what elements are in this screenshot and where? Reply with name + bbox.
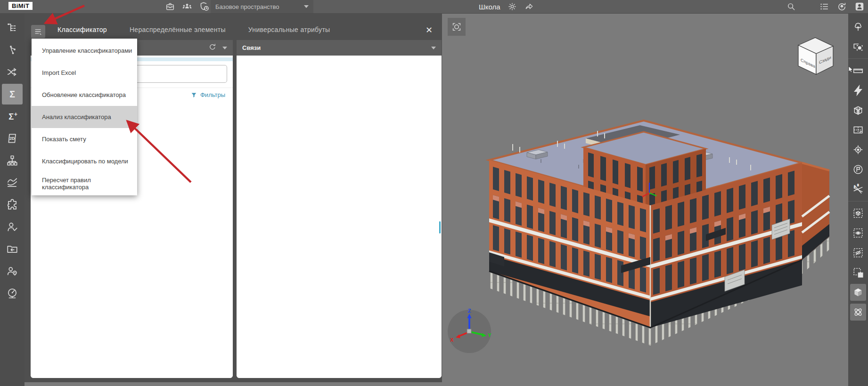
ruler-icon	[852, 65, 864, 76]
sync-notifications-icon[interactable]	[836, 1, 847, 12]
panel-tabs: Классификатор Нераспределённые элементы …	[57, 13, 330, 40]
org-chart-button[interactable]	[2, 150, 23, 171]
floor-plan-button[interactable]	[850, 121, 866, 138]
menu-item-analyze-classifier[interactable]: Анализ классификатора	[32, 106, 137, 128]
clear-selection-button[interactable]	[850, 264, 866, 281]
toolbar-divider	[848, 58, 868, 59]
tree-icon	[852, 21, 864, 32]
panel-resize-handle[interactable]	[439, 221, 441, 233]
classifier-collapse-caret[interactable]	[222, 47, 227, 49]
building-model	[442, 13, 848, 386]
share-arrow-icon[interactable]	[524, 2, 534, 11]
links-card: Связи	[237, 40, 442, 378]
navigation-cube[interactable]: Справа Сзади	[793, 33, 838, 76]
orbit-icon	[852, 306, 864, 318]
menu-item-update-classifier[interactable]: Обновление классификатора	[32, 84, 137, 106]
panel-close-button[interactable]: ✕	[426, 26, 433, 34]
locate-button[interactable]	[850, 141, 866, 158]
tab-unallocated-elements[interactable]: Нераспределённые элементы	[130, 26, 226, 33]
panel-menu-button[interactable]	[31, 25, 45, 38]
sheet-2d-icon: 2D	[6, 132, 18, 145]
svg-text:Σ: Σ	[9, 89, 15, 99]
menu-item-show-estimate[interactable]: Показать смету	[32, 128, 137, 150]
dashboard-gauge-button[interactable]	[2, 283, 23, 304]
project-title: Школа	[479, 3, 500, 11]
bimit-app: { "top_bar": { "logo": "BiMiT", "workspa…	[0, 0, 868, 386]
svg-text:1: 1	[854, 185, 855, 188]
settings-gear-icon[interactable]	[508, 2, 517, 11]
sheet-2d-button[interactable]: 2D	[2, 128, 23, 149]
route-point-button[interactable]	[850, 161, 866, 178]
org-chart-icon	[6, 154, 18, 167]
tree-button[interactable]	[850, 18, 866, 35]
tab-universal-attributes[interactable]: Универсальные атрибуты	[248, 26, 330, 33]
sum-add-button[interactable]: Σ+	[2, 106, 23, 127]
plugins-button[interactable]	[2, 194, 23, 215]
links-card-header: Связи	[237, 40, 442, 56]
folder-transfer-icon	[6, 243, 18, 255]
user-location-button[interactable]	[2, 261, 23, 281]
workspace-select[interactable]: Базовое пространство	[211, 0, 313, 13]
view-cube-icon	[852, 287, 864, 298]
isolate-selection-button[interactable]	[850, 205, 866, 222]
shuffle-button[interactable]	[2, 62, 23, 82]
axes-lines-icon: 12	[852, 184, 864, 195]
cube-section-button[interactable]	[850, 102, 866, 119]
locate-icon	[852, 144, 864, 155]
isolate-selection-icon	[852, 208, 864, 219]
classifier-actions-menu: Управление классификаторами Import Excel…	[32, 39, 137, 195]
ruler-button[interactable]	[850, 62, 866, 79]
axis-gizmo[interactable]: Z X Y	[446, 308, 493, 355]
tab-classifier[interactable]: Классификатор	[57, 26, 107, 33]
plugins-icon	[6, 199, 18, 211]
viewport-3d[interactable]: Справа Сзади Z X Y	[442, 13, 848, 386]
shield-time-icon[interactable]	[199, 1, 210, 12]
model-structure-button[interactable]	[2, 17, 23, 38]
svg-text:Σ: Σ	[8, 112, 14, 121]
user-check-button[interactable]	[2, 217, 23, 237]
menu-item-recalc-rules[interactable]: Пересчет правил классификатора	[32, 172, 137, 194]
filters-label: Фильтры	[200, 91, 225, 98]
sum-add-icon: Σ+	[6, 110, 18, 122]
svg-text:2: 2	[857, 184, 859, 186]
show-selection-eye-icon	[852, 227, 864, 239]
search-icon[interactable]	[786, 1, 796, 12]
menu-item-manage-classifiers[interactable]: Управление классификаторами	[32, 40, 137, 62]
sum-classifier-button[interactable]: Σ	[2, 84, 23, 105]
analytics-icon	[6, 177, 18, 189]
focus-brackets-icon	[451, 21, 462, 32]
connections-button[interactable]	[2, 40, 23, 60]
folder-transfer-button[interactable]	[2, 239, 23, 259]
focus-model-button[interactable]	[448, 18, 466, 36]
axis-y-label: Y	[488, 332, 491, 338]
region-capture-icon	[852, 41, 864, 52]
hide-selection-button[interactable]	[850, 244, 866, 261]
menu-item-import-excel[interactable]: Import Excel	[32, 62, 137, 84]
left-toolbar: Σ Σ+ 2D	[0, 13, 25, 386]
section-flash-button[interactable]	[850, 82, 866, 99]
team-icon[interactable]	[181, 1, 193, 12]
projects-briefcase-icon[interactable]	[165, 1, 175, 12]
shuffle-icon	[6, 66, 18, 78]
links-collapse-caret[interactable]	[431, 47, 436, 49]
floor-plan-icon	[852, 124, 864, 136]
menu-item-classify-by-model[interactable]: Классифицировать по модели	[32, 150, 137, 172]
refresh-icon[interactable]	[208, 43, 217, 53]
orbit-button[interactable]	[850, 304, 866, 321]
route-point-icon	[852, 164, 864, 175]
model-structure-icon	[6, 22, 18, 34]
region-capture-button[interactable]	[850, 38, 866, 55]
top-bar-left-icons	[165, 0, 210, 13]
axes-lines-button[interactable]: 12	[850, 181, 866, 198]
list-view-icon[interactable]	[819, 1, 829, 12]
top-bar-center: Школа	[479, 0, 534, 13]
svg-text:2D: 2D	[9, 136, 15, 141]
user-account-icon[interactable]	[854, 1, 865, 12]
toolbar-divider	[848, 201, 868, 201]
right-toolbar: 12	[848, 13, 868, 386]
analytics-button[interactable]	[2, 172, 23, 193]
links-title: Связи	[242, 44, 261, 51]
show-selection-button[interactable]	[850, 225, 866, 241]
view-cube-button[interactable]	[850, 284, 866, 301]
clear-selection-icon	[852, 267, 864, 278]
